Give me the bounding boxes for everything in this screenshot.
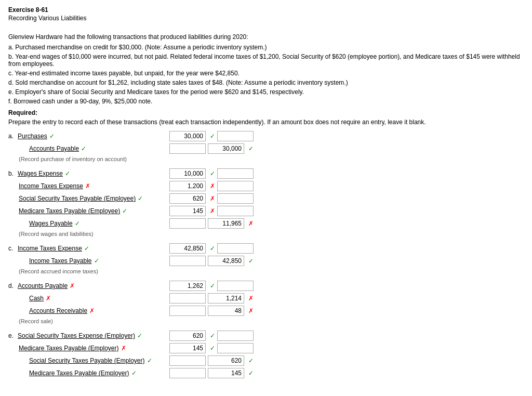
wages-expense-check: ✓: [65, 170, 70, 177]
ss-payable-employee-credit[interactable]: [217, 193, 254, 204]
wages-payable-check: ✓: [75, 220, 80, 227]
income-taxes-expense-c-credit[interactable]: [217, 243, 254, 254]
purchases-debit[interactable]: [169, 131, 206, 141]
account-ap-a: Accounts Payable: [29, 145, 79, 152]
ss-payable-employer-credit-check: ✓: [248, 357, 254, 364]
account-purchases: Purchases: [18, 133, 47, 140]
amount-cols-e3: ✓: [169, 355, 254, 366]
ss-payable-employer-credit[interactable]: [208, 355, 244, 366]
ar-d-credit-x: ✗: [248, 307, 254, 314]
ap-d-debit[interactable]: [169, 281, 206, 291]
cash-d-x: ✗: [46, 295, 51, 302]
amount-cols-d3: ✗: [169, 306, 254, 316]
income-taxes-payable-credit-check: ✓: [248, 257, 254, 265]
wages-payable-debit[interactable]: [169, 218, 206, 229]
letter-b: b.: [8, 170, 18, 177]
wages-payable-credit-x: ✗: [248, 220, 254, 227]
ap-d-credit[interactable]: [217, 281, 254, 291]
account-income-taxes-expense-c: Income Taxes Expense: [18, 245, 82, 252]
account-income-taxes-expense-b: Income Taxes Expense: [19, 182, 83, 190]
ar-d-x: ✗: [89, 307, 95, 314]
ss-expense-employer-check: ✓: [137, 332, 142, 339]
account-wages-payable: Wages Payable: [29, 220, 73, 227]
ar-d-credit[interactable]: [208, 306, 244, 316]
amount-cols-b3: ✗: [169, 193, 254, 204]
account-cash-d: Cash: [29, 295, 44, 302]
amount-cols-a1: ✓: [169, 131, 254, 141]
income-taxes-expense-c-check: ✓: [84, 245, 89, 252]
ap-d-debit-check: ✓: [210, 282, 215, 289]
account-wages-expense: Wages Expense: [18, 170, 63, 177]
transaction-c: c. Income Taxes Expense ✓ ✓ Income Taxes…: [8, 243, 524, 274]
letter-a: a.: [8, 133, 18, 140]
wages-payable-credit[interactable]: [208, 218, 244, 229]
account-ss-payable-employee: Social Security Taxes Payable (Employee): [19, 195, 136, 202]
account-medicare-payable-employer: Medicare Taxes Payable (Employer): [29, 369, 129, 377]
medicare-payable-employee-debit[interactable]: [169, 206, 206, 216]
ss-expense-employer-debit-check: ✓: [210, 332, 215, 339]
medicare-payable-employer-e2-x: ✗: [121, 345, 126, 352]
purchases-debit-check: ✓: [210, 133, 215, 140]
required-label: Required:: [8, 109, 524, 116]
medicare-payable-employee-credit[interactable]: [217, 206, 254, 216]
wages-expense-debit-check: ✓: [210, 170, 215, 177]
amount-cols-c2: ✓: [169, 256, 254, 266]
ap-a-credit-check: ✓: [248, 145, 254, 152]
account-income-taxes-payable: Income Taxes Payable: [29, 257, 92, 265]
instruction-d: d. Sold merchandise on account for $1,26…: [8, 79, 524, 86]
medicare-payable-employer-credit-check: ✓: [248, 369, 254, 377]
ss-payable-employer-debit[interactable]: [169, 355, 206, 366]
ss-payable-employee-debit[interactable]: [169, 193, 206, 204]
ss-expense-employer-debit[interactable]: [169, 331, 206, 341]
income-taxes-payable-debit[interactable]: [169, 256, 206, 266]
wages-expense-credit[interactable]: [217, 168, 254, 179]
ss-payable-employee-check: ✓: [138, 195, 143, 202]
medicare-payable-employer-credit[interactable]: [208, 368, 244, 378]
income-taxes-expense-b-credit[interactable]: [217, 181, 254, 191]
letter-c: c.: [8, 245, 18, 252]
amount-cols-e4: ✓: [169, 368, 254, 378]
instruction-e: e. Employer's share of Social Security a…: [8, 88, 524, 96]
income-taxes-expense-c-debit-check: ✓: [210, 245, 215, 252]
instruction-f: f. Borrowed cash under a 90-day, 9%, $25…: [8, 98, 524, 105]
letter-e: e.: [8, 332, 18, 339]
income-taxes-expense-b-debit[interactable]: [169, 181, 206, 191]
amount-cols-c1: ✓: [169, 243, 254, 254]
medicare-payable-employer-debit[interactable]: [169, 368, 206, 378]
instruction-b: b. Year-end wages of $10,000 were incurr…: [8, 53, 524, 68]
ap-a-credit[interactable]: [208, 143, 244, 154]
letter-d: d.: [8, 282, 18, 289]
income-taxes-expense-b-debit-x: ✗: [210, 182, 215, 190]
medicare-payable-employer-e2-debit-check: ✓: [210, 345, 215, 352]
ap-d-x: ✗: [70, 282, 75, 289]
income-taxes-expense-c-debit[interactable]: [169, 243, 206, 254]
wages-expense-debit[interactable]: [169, 168, 206, 179]
note-c: (Record accrued income taxes): [19, 268, 524, 274]
cash-d-debit[interactable]: [169, 293, 206, 303]
ap-a-debit[interactable]: [169, 143, 206, 154]
transaction-e: e. Social Security Taxes Expense (Employ…: [8, 331, 524, 378]
transaction-a: a. Purchases ✓ ✓ Accounts Payable ✓ ✓ (R…: [8, 131, 524, 162]
purchases-check: ✓: [49, 133, 55, 140]
prepare-text: Prepare the entry to record each of thes…: [8, 118, 524, 126]
amount-cols-e1: ✓: [169, 331, 254, 341]
purchases-credit[interactable]: [217, 131, 254, 141]
medicare-payable-employer-e2-debit[interactable]: [169, 343, 206, 353]
amount-cols-d1: ✓: [169, 281, 254, 291]
income-taxes-expense-b-x: ✗: [85, 182, 90, 190]
amount-cols-e2: ✓: [169, 343, 254, 353]
income-taxes-payable-credit[interactable]: [208, 256, 244, 266]
instruction-c: c. Year-end estimated income taxes payab…: [8, 70, 524, 77]
ss-expense-employer-credit[interactable]: [217, 331, 254, 341]
ss-payable-employee-debit-x: ✗: [210, 195, 215, 202]
medicare-payable-employer-e2-credit[interactable]: [217, 343, 254, 353]
cash-d-credit[interactable]: [208, 293, 244, 303]
amount-cols-b2: ✗: [169, 181, 254, 191]
amount-cols-b4: ✗: [169, 206, 254, 216]
medicare-payable-employee-debit-x: ✗: [210, 207, 215, 215]
ar-d-debit[interactable]: [169, 306, 206, 316]
description: Glenview Hardware had the following tran…: [8, 33, 524, 41]
cash-d-credit-x: ✗: [248, 295, 254, 302]
amount-cols-d2: ✗: [169, 293, 254, 303]
amount-cols-a2: ✓: [169, 143, 254, 154]
